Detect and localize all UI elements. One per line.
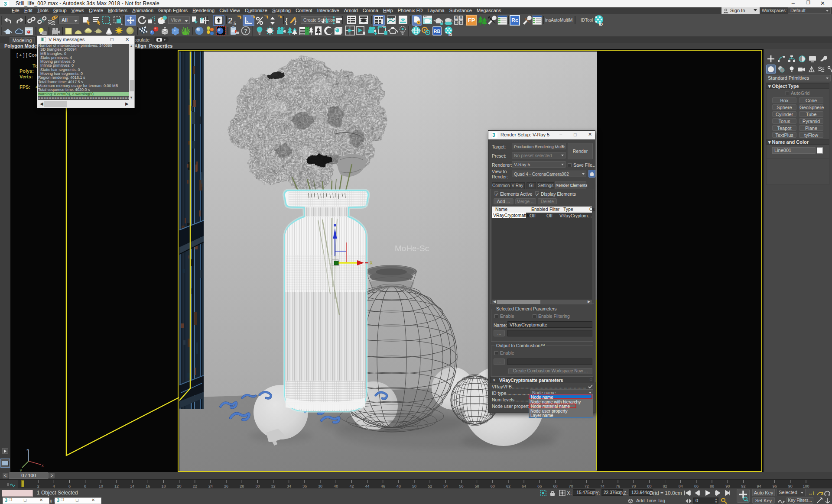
svg-text:92: 92	[741, 484, 745, 488]
svg-text:13: 13	[460, 21, 463, 24]
svg-text:z: z	[26, 448, 29, 452]
svg-text:16: 16	[146, 484, 150, 488]
svg-text:3: 3	[492, 132, 495, 138]
svg-text:14: 14	[130, 484, 134, 488]
svg-text:46: 46	[381, 484, 385, 488]
svg-text:68: 68	[553, 484, 557, 488]
svg-text:60: 60	[491, 484, 495, 488]
svg-text:2: 2	[228, 16, 233, 25]
svg-text:y: y	[20, 468, 22, 472]
svg-text:94: 94	[757, 484, 761, 488]
svg-text:3: 3	[4, 1, 7, 6]
svg-text:88: 88	[710, 484, 714, 488]
svg-text:ID: ID	[599, 22, 603, 26]
svg-text:28: 28	[240, 484, 244, 488]
svg-text:34: 34	[287, 484, 291, 488]
svg-text:{: {	[285, 16, 288, 25]
svg-text:4: 4	[53, 484, 55, 488]
svg-text:76: 76	[616, 484, 620, 488]
svg-text:22: 22	[193, 484, 197, 488]
svg-text:54: 54	[443, 484, 448, 488]
svg-text:62: 62	[506, 484, 510, 488]
svg-text:96: 96	[773, 484, 777, 488]
svg-text:58: 58	[475, 484, 479, 488]
svg-text:40: 40	[334, 484, 338, 488]
svg-text:74: 74	[600, 484, 604, 488]
svg-text:52: 52	[428, 484, 432, 488]
svg-text:8: 8	[84, 484, 86, 488]
svg-text:86: 86	[694, 484, 699, 488]
svg-text:X: X	[370, 261, 373, 265]
svg-text:26: 26	[224, 484, 228, 488]
svg-text:78: 78	[631, 484, 636, 488]
svg-text:13: 13	[455, 21, 458, 24]
svg-text:38: 38	[318, 484, 322, 488]
svg-text:13: 13	[455, 16, 458, 19]
svg-text:20: 20	[177, 484, 182, 488]
svg-text:32: 32	[271, 484, 276, 488]
svg-text:64: 64	[522, 484, 526, 488]
svg-text:?: ?	[244, 28, 247, 34]
svg-text:66: 66	[537, 484, 542, 488]
svg-text:42: 42	[349, 484, 354, 488]
svg-text:44: 44	[365, 484, 369, 488]
svg-text:100: 100	[803, 484, 809, 488]
svg-text:72: 72	[585, 484, 589, 488]
svg-text:13: 13	[460, 16, 463, 19]
svg-text:30: 30	[255, 484, 260, 488]
svg-text:84: 84	[679, 484, 683, 488]
svg-text:24: 24	[208, 484, 213, 488]
svg-text:12: 12	[114, 484, 119, 488]
svg-text:82: 82	[663, 484, 667, 488]
svg-text:.5: .5	[232, 21, 236, 26]
svg-text:6: 6	[68, 484, 71, 488]
svg-text:10: 10	[99, 484, 103, 488]
svg-text:80: 80	[647, 484, 651, 488]
svg-text:70: 70	[569, 484, 573, 488]
svg-text:56: 56	[459, 484, 463, 488]
svg-text:36: 36	[302, 484, 307, 488]
svg-text:↔I: ↔I	[808, 491, 814, 496]
svg-text:ID: ID	[448, 32, 452, 36]
svg-text:18: 18	[161, 484, 166, 488]
svg-text:90: 90	[725, 484, 730, 488]
svg-text:2: 2	[37, 484, 39, 488]
svg-text:98: 98	[788, 484, 793, 488]
svg-text:48: 48	[396, 484, 401, 488]
svg-text:x: x	[42, 463, 44, 468]
svg-text:50: 50	[412, 484, 416, 488]
